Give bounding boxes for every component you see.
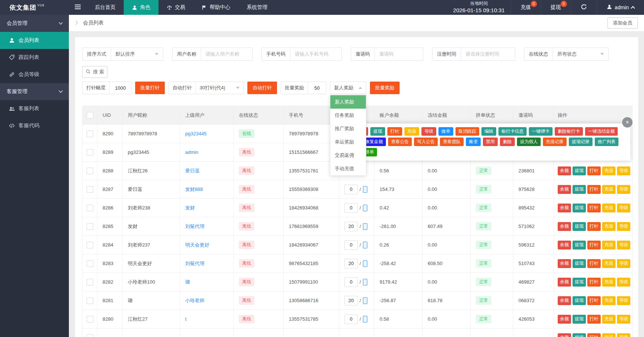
row-checkbox[interactable] — [87, 223, 93, 230]
row-action-button[interactable]: 充值 — [602, 204, 615, 212]
row-action-button[interactable]: 提现 — [573, 278, 586, 287]
panel-action-button[interactable]: 查看公告 — [388, 138, 412, 146]
sidebar-item[interactable]: 客服代码 — [0, 117, 69, 134]
top-menu-item[interactable]: 帮助中心 — [193, 0, 238, 15]
row-checkbox[interactable] — [87, 242, 93, 248]
parent-user-link[interactable]: pg323445 — [185, 131, 207, 136]
row-action-button[interactable]: 打针 — [587, 278, 601, 287]
inject-plan-input[interactable] — [344, 240, 358, 250]
panel-action-button[interactable]: 查看团队 — [440, 138, 464, 146]
sidebar-group-header[interactable]: 会员管理 — [0, 15, 69, 32]
row-action-button[interactable]: 提现 — [573, 185, 586, 194]
row-action-button[interactable]: 打针 — [587, 241, 601, 250]
row-action-button[interactable]: 提现 — [573, 315, 586, 324]
panel-action-button[interactable]: 充值记录 — [543, 138, 567, 146]
row-action-button[interactable]: 余额 — [558, 315, 571, 324]
row-action-button[interactable]: 等级 — [617, 185, 630, 194]
panel-action-button[interactable]: 取消跟踪 — [456, 127, 479, 136]
row-action-button[interactable]: 等级 — [617, 259, 630, 268]
plan-total-box[interactable] — [363, 260, 367, 267]
row-action-button[interactable]: 充值 — [602, 185, 615, 194]
username-filter-input[interactable]: 请输入用户名称 — [201, 48, 252, 60]
row-action-button[interactable]: 充值 — [602, 333, 615, 337]
row-action-button[interactable]: 等级 — [617, 333, 630, 337]
row-action-button[interactable]: 提现 — [573, 259, 586, 268]
auto-inject-button[interactable]: 自动打针 — [247, 82, 277, 94]
reward-type-select[interactable]: 新人奖励 新人奖励任务奖励推广奖励幸运奖励交易返佣手动充值 — [330, 82, 366, 94]
inject-plan-input[interactable] — [344, 185, 358, 194]
admin-user-menu[interactable]: admin — [597, 0, 644, 15]
parent-user-link[interactable]: 刘菊代理 — [185, 260, 204, 267]
row-action-button[interactable]: 充值 — [602, 241, 615, 250]
row-action-button[interactable]: 等级 — [617, 166, 630, 175]
row-action-button[interactable]: 提现 — [573, 222, 586, 231]
parent-user-link[interactable]: 刘菊代理 — [185, 223, 204, 230]
row-action-button[interactable]: 打针 — [587, 185, 601, 194]
batch-reward-input[interactable] — [308, 82, 326, 94]
sidebar-group-header[interactable]: 客服管理 — [0, 83, 69, 100]
plan-total-box[interactable] — [363, 279, 367, 285]
row-action-button[interactable]: 余额 — [558, 278, 571, 287]
reward-option[interactable]: 推广奖励 — [330, 122, 366, 135]
row-action-button[interactable]: 充值 — [602, 222, 615, 231]
row-action-button[interactable]: 提现 — [573, 241, 586, 250]
row-checkbox[interactable] — [87, 260, 93, 267]
row-action-button[interactable]: 提现 — [573, 204, 586, 212]
parent-user-link[interactable]: admin — [185, 149, 198, 155]
row-action-button[interactable]: 充值 — [602, 315, 615, 324]
sidebar-item[interactable]: 会员等级 — [0, 66, 69, 83]
row-action-button[interactable]: 打针 — [587, 259, 601, 268]
panel-action-button[interactable]: 一键绑卡 — [529, 127, 553, 136]
row-action-button[interactable]: 余额 — [558, 222, 571, 231]
row-action-button[interactable]: 等级 — [617, 296, 630, 305]
invite-filter-input[interactable]: 邀请码 — [375, 48, 423, 60]
parent-user-link[interactable]: 爱日遥 — [185, 168, 200, 174]
row-action-button[interactable]: 等级 — [617, 278, 630, 287]
row-action-button[interactable]: 余额 — [558, 259, 571, 268]
row-action-button[interactable]: 等级 — [617, 241, 630, 250]
top-menu-item[interactable]: 交易 — [159, 0, 193, 15]
row-checkbox[interactable] — [87, 168, 93, 174]
reward-option[interactable]: 新人奖励 — [330, 95, 366, 109]
row-checkbox[interactable] — [87, 279, 93, 285]
panel-action-button[interactable]: 一键冻结金额 — [585, 127, 618, 136]
parent-user-link[interactable]: 明天会更好 — [185, 242, 209, 248]
online-filter-select[interactable]: 所有状态 — [553, 48, 608, 60]
row-action-button[interactable]: 余额 — [558, 333, 571, 337]
row-action-button[interactable]: 余额 — [558, 204, 571, 212]
panel-action-button[interactable]: 提现记录 — [569, 138, 593, 146]
sidebar-item[interactable]: 会员列表 — [0, 32, 69, 49]
row-action-button[interactable]: 打针 — [587, 166, 601, 175]
row-action-button[interactable]: 提现 — [573, 166, 586, 175]
row-checkbox[interactable] — [87, 316, 93, 323]
reward-option[interactable]: 交易返佣 — [330, 149, 366, 162]
batch-inject-button[interactable]: 批量打针 — [135, 82, 165, 94]
row-action-button[interactable]: 余额 — [558, 241, 571, 250]
reward-option[interactable]: 任务奖励 — [330, 109, 366, 122]
reward-option[interactable]: 幸运奖励 — [330, 135, 366, 149]
add-member-button[interactable]: 添加会员 — [607, 17, 638, 29]
panel-action-button[interactable]: 删除银行卡 — [555, 127, 583, 136]
refresh-button[interactable] — [571, 0, 597, 15]
row-action-button[interactable]: 充值 — [602, 296, 615, 305]
panel-action-button[interactable]: 充值 — [404, 127, 419, 136]
inject-plan-input[interactable] — [344, 222, 358, 231]
recharge-menu-item[interactable]: 充值 0 — [511, 0, 541, 15]
panel-action-button[interactable]: 设为假人 — [517, 138, 541, 146]
top-menu-item[interactable]: 角色 — [124, 0, 159, 15]
row-action-button[interactable]: 打针 — [587, 204, 601, 212]
row-action-button[interactable]: 提现 — [573, 333, 586, 337]
batch-reward-button[interactable]: 批量奖励 — [370, 82, 400, 94]
plan-total-box[interactable] — [363, 205, 367, 211]
panel-action-button[interactable]: 推广列表 — [595, 138, 618, 146]
row-checkbox[interactable] — [87, 130, 93, 137]
panel-action-button[interactable]: 写入公告 — [414, 138, 438, 146]
inject-plan-input[interactable] — [344, 259, 358, 268]
parent-user-link[interactable]: t — [185, 316, 187, 322]
select-all-checkbox[interactable] — [87, 112, 93, 119]
plan-total-box[interactable] — [363, 297, 367, 304]
panel-action-button[interactable]: 提现 — [370, 127, 385, 136]
row-action-button[interactable]: 余额 — [558, 166, 571, 175]
row-checkbox[interactable] — [87, 186, 93, 193]
panel-action-button[interactable]: 编辑 — [481, 127, 496, 136]
